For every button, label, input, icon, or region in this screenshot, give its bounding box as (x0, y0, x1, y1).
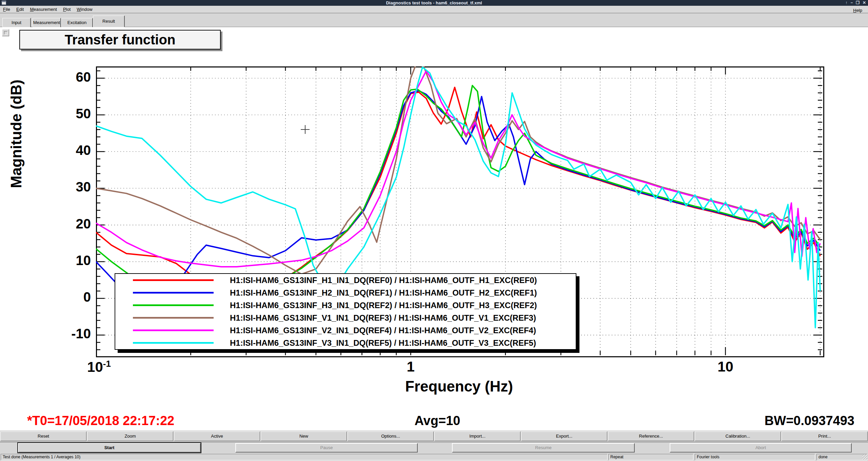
active-button[interactable]: Active (174, 432, 260, 441)
window-title: Diagnostics test tools - ham6_closeout_t… (0, 0, 868, 6)
menu-item-plot[interactable]: Plot (60, 6, 74, 12)
t0-timestamp: *T0=17/05/2018 22:17:22 (27, 414, 174, 428)
y-axis-tick-label: 30 (37, 179, 91, 195)
reset-button[interactable]: Reset (0, 432, 86, 441)
calibration-button[interactable]: Calibration... (695, 432, 781, 441)
window-icon (2, 1, 6, 5)
window-controls: ↑−❐✕ (845, 0, 866, 6)
x-axis-title: Frequency (Hz) (96, 378, 822, 395)
menu-item-help[interactable]: Help (850, 7, 865, 13)
tab-excitation[interactable]: Excitation (61, 18, 93, 27)
pause-button: Pause (235, 443, 418, 453)
result-tab-content: Transfer function Magnitude (dB) Frequen… (0, 27, 868, 430)
menu-item-measurement[interactable]: Measurement (27, 6, 60, 12)
plot-title-box: Transfer function (19, 30, 221, 49)
diagnostics-test-tools-window: Diagnostics test tools - ham6_closeout_t… (0, 0, 868, 461)
menu-bar: FileEditMeasurementPlotWindow Help (0, 6, 868, 13)
y-axis-tick-label: 20 (37, 216, 91, 232)
x-axis-tick-label: 1 (390, 359, 431, 375)
pane-scroll-button[interactable] (2, 29, 9, 36)
legend-label: H1:ISI-HAM6_GS13INF_V2_IN1_DQ(REF4) / H1… (230, 326, 536, 335)
y-axis-tick-label: -10 (37, 326, 91, 341)
legend-line-sample (133, 342, 214, 344)
title-bar[interactable]: Diagnostics test tools - ham6_closeout_t… (0, 0, 868, 6)
print-button[interactable]: Print... (782, 432, 868, 441)
legend-label: H1:ISI-HAM6_GS13INF_H2_IN1_DQ(REF1) / H1… (230, 288, 537, 298)
legend-row: H1:ISI-HAM6_GS13INF_V2_IN1_DQ(REF4) / H1… (115, 324, 576, 337)
minimize-button[interactable]: − (850, 0, 853, 6)
y-axis-tick-label: 50 (37, 106, 91, 121)
legend-label: H1:ISI-HAM6_GS13INF_H3_IN1_DQ(REF2) / H1… (230, 301, 537, 310)
resize-grip[interactable] (862, 455, 867, 460)
menu-item-window[interactable]: Window (74, 6, 95, 12)
y-axis-tick-label: 40 (37, 143, 91, 158)
import-button[interactable]: Import... (434, 432, 520, 441)
trace (96, 87, 820, 293)
reference-button[interactable]: Reference... (608, 432, 694, 441)
legend-label: H1:ISI-HAM6_GS13INF_H1_IN1_DQ(REF0) / H1… (230, 276, 537, 285)
y-axis-tick-label: 0 (37, 289, 91, 305)
status-cell: Test done (Measurements 1 / Averages 10) (1, 454, 608, 460)
legend-row: H1:ISI-HAM6_GS13INF_H3_IN1_DQ(REF2) / H1… (115, 299, 576, 312)
close-button[interactable]: ✕ (863, 0, 866, 6)
plot-legend: H1:ISI-HAM6_GS13INF_H1_IN1_DQ(REF0) / H1… (115, 273, 576, 350)
legend-row: H1:ISI-HAM6_GS13INF_H2_IN1_DQ(REF1) / H1… (115, 286, 576, 299)
legend-label: H1:ISI-HAM6_GS13INF_V1_IN1_DQ(REF3) / H1… (230, 313, 536, 323)
y-axis-tick-label: 60 (37, 69, 91, 85)
tab-result[interactable]: Result (93, 16, 125, 27)
export-button[interactable]: Export... (521, 432, 607, 441)
x-axis-tick-label: 10-1 (79, 359, 119, 375)
legend-line-sample (133, 317, 214, 319)
menu-item-edit[interactable]: Edit (13, 6, 27, 12)
start-button[interactable]: Start (18, 443, 201, 453)
status-bar: Test done (Measurements 1 / Averages 10)… (0, 453, 868, 461)
status-cell: done (816, 454, 867, 460)
legend-line-sample (133, 292, 214, 294)
resume-button: Resume (452, 443, 635, 453)
legend-line-sample (133, 304, 214, 306)
averages-label: Avg=10 (390, 414, 485, 428)
shade-button[interactable]: ↑ (845, 0, 847, 6)
legend-row: H1:ISI-HAM6_GS13INF_V3_IN1_DQ(REF5) / H1… (115, 337, 576, 349)
y-axis-title: Magnitude (dB) (8, 168, 25, 188)
plot-toolbar: ResetZoomActiveNewOptions...Import...Exp… (0, 430, 868, 442)
abort-button: Abort (670, 443, 852, 453)
status-cell: Repeat (608, 454, 693, 460)
new-button[interactable]: New (261, 432, 347, 441)
zoom-button[interactable]: Zoom (87, 432, 173, 441)
bandwidth-label: BW=0.0937493 (765, 414, 854, 428)
menu-items: FileEditMeasurementPlotWindow (0, 7, 96, 12)
legend-line-sample (133, 329, 214, 331)
tab-bar: InputMeasurementExcitationResult (0, 13, 868, 27)
trace (96, 85, 820, 306)
plot-title: Transfer function (65, 32, 176, 47)
maximize-button[interactable]: ❐ (856, 0, 860, 6)
legend-row: H1:ISI-HAM6_GS13INF_V1_IN1_DQ(REF3) / H1… (115, 312, 576, 324)
x-axis-tick-label: 10 (705, 359, 746, 375)
legend-label: H1:ISI-HAM6_GS13INF_V3_IN1_DQ(REF5) / H1… (230, 338, 536, 348)
y-axis-tick-label: 10 (37, 253, 91, 268)
options-button[interactable]: Options... (348, 432, 434, 441)
tab-input[interactable]: Input (2, 18, 31, 27)
menu-item-file[interactable]: File (0, 6, 13, 12)
tab-measurement[interactable]: Measurement (33, 18, 61, 27)
legend-row: H1:ISI-HAM6_GS13INF_H1_IN1_DQ(REF0) / H1… (115, 274, 576, 286)
status-cell: Fourier tools (695, 454, 815, 460)
crosshair-cursor-icon (301, 125, 310, 134)
legend-line-sample (133, 279, 214, 281)
run-controls: StartPauseResumeAbort (0, 442, 868, 454)
